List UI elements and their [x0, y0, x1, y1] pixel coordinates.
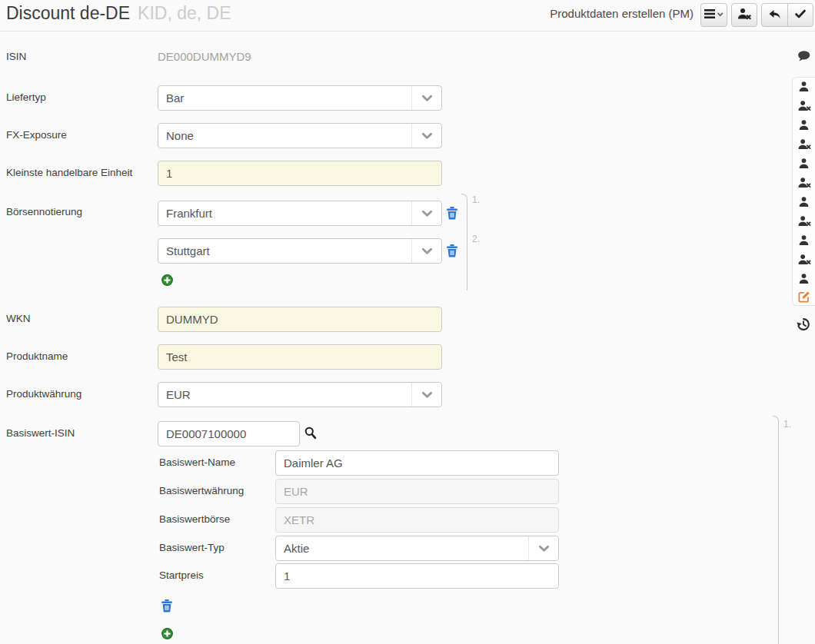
kleinste-einheit-input[interactable]: [158, 161, 442, 186]
basiswert-typ-select[interactable]: Aktie: [275, 536, 559, 561]
delete-basiswert-button[interactable]: [161, 599, 172, 612]
menu-button[interactable]: [700, 3, 727, 27]
user-icon: [798, 119, 810, 131]
boersennotierung-value-1: Frankfurt: [158, 207, 411, 220]
user-icon: [798, 81, 810, 92]
boersennotierung-value-2: Stuttgart: [158, 244, 411, 257]
basiswertwaehrung-label: Basiswertwährung: [159, 485, 244, 496]
product-subtitle: KID, de, DE: [138, 3, 231, 23]
basiswert-typ-selected-value: Aktie: [276, 542, 528, 555]
product-editor-window: Discount de-DEKID, de, DE Produktdaten e…: [0, 0, 815, 644]
add-listing-button[interactable]: [161, 274, 173, 286]
edit-icon[interactable]: [798, 290, 810, 303]
wkn-label: WKN: [6, 313, 31, 324]
startpreis-input[interactable]: [275, 563, 559, 589]
isin-value: DE000DUMMYD9: [158, 50, 251, 63]
basiswert-name-input[interactable]: [275, 450, 559, 476]
user-icon: [798, 196, 810, 207]
listing-index-2: 2.: [472, 234, 480, 244]
liefertyp-label: Liefertyp: [6, 91, 46, 103]
boersennotierung-select-1[interactable]: Frankfurt: [158, 201, 442, 226]
basiswert-typ-label: Basiswert-Typ: [159, 542, 225, 553]
produktwaehrung-select[interactable]: EUR: [158, 382, 442, 407]
action-button-group: [761, 3, 813, 27]
fx-exposure-select[interactable]: None: [158, 123, 442, 148]
liefertyp-select[interactable]: Bar: [158, 85, 442, 111]
chevron-down-icon: [411, 86, 441, 110]
add-basiswert-button[interactable]: [161, 628, 173, 639]
fx-exposure-label: FX-Exposure: [6, 129, 67, 141]
comments-button[interactable]: [797, 50, 810, 63]
page-title: Discount de-DEKID, de, DE: [6, 3, 231, 24]
user-icon: [798, 158, 810, 169]
check-icon: [794, 8, 807, 22]
wkn-input[interactable]: [158, 307, 442, 332]
boersennotierung-select-2[interactable]: Stuttgart: [158, 238, 442, 264]
user-x-icon: [798, 138, 811, 150]
user-x-icon: [798, 100, 811, 111]
confirm-button[interactable]: [787, 4, 813, 26]
kleinste-einheit-label: Kleinste handelbare Einheit: [6, 167, 132, 178]
chevron-down-icon: [411, 201, 441, 225]
undo-icon: [768, 8, 781, 23]
history-button[interactable]: [797, 317, 810, 331]
undo-button[interactable]: [762, 4, 787, 26]
produktwaehrung-label: Produktwährung: [6, 388, 82, 400]
produktwaehrung-selected-value: EUR: [158, 388, 411, 401]
basiswert-name-label: Basiswert-Name: [159, 456, 235, 468]
basiswertwaehrung-input: [275, 479, 559, 504]
workflow-status-label: Produktdaten erstellen (PM): [550, 7, 694, 20]
chevron-down-icon: [411, 383, 441, 407]
user-icon: [798, 273, 810, 284]
delete-listing-2-button[interactable]: [447, 244, 457, 257]
basiswert-group-bracket: [773, 416, 779, 644]
listing-index-1: 1.: [472, 194, 480, 205]
basiswertboerse-input: [275, 507, 559, 533]
startpreis-label: Startpreis: [159, 569, 204, 581]
product-title: Discount de-DE: [6, 3, 130, 23]
hamburger-icon: [704, 8, 724, 23]
remove-user-button[interactable]: [731, 3, 757, 27]
user-x-icon: [798, 254, 811, 265]
user-x-icon: [737, 8, 752, 23]
delete-listing-1-button[interactable]: [447, 207, 457, 220]
chevron-down-icon: [411, 124, 441, 148]
liefertyp-selected-value: Bar: [158, 91, 411, 105]
basiswert-isin-input[interactable]: [158, 421, 300, 446]
user-icon: [798, 234, 810, 246]
chevron-down-icon: [411, 239, 441, 263]
basiswertboerse-label: Basiswertbörse: [159, 513, 230, 525]
fx-exposure-selected-value: None: [158, 129, 411, 142]
produktname-label: Produktname: [6, 350, 68, 362]
chevron-down-icon: [528, 536, 558, 560]
search-icon[interactable]: [304, 427, 317, 440]
basiswert-isin-label: Basiswert-ISIN: [6, 427, 75, 439]
basiswert-index: 1.: [783, 419, 791, 430]
header-divider: [0, 31, 815, 32]
listing-group-bracket: [461, 194, 467, 290]
produktname-input[interactable]: [158, 344, 442, 370]
user-x-icon: [798, 215, 811, 227]
boersennotierung-label: Börsennotierung: [6, 206, 82, 217]
user-x-icon: [798, 177, 811, 188]
isin-label: ISIN: [6, 51, 26, 62]
